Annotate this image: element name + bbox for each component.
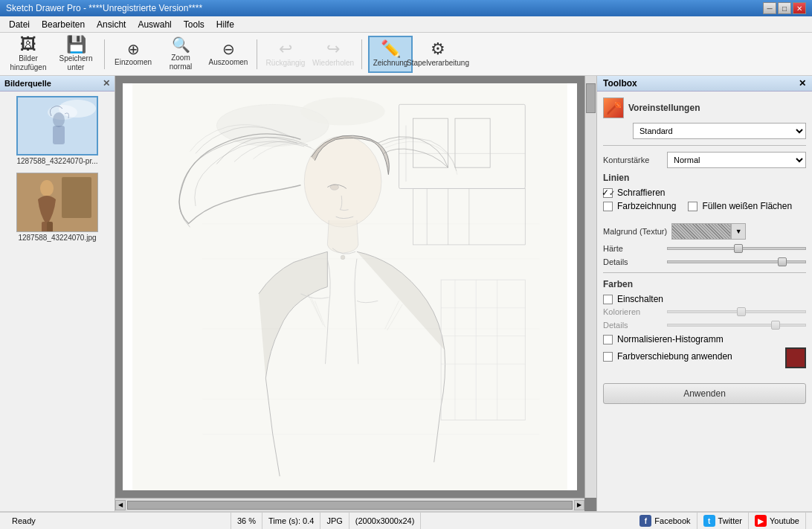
auszoomen-button[interactable]: ⊖ Auszoomen — [206, 36, 251, 73]
color-swatch[interactable] — [785, 347, 806, 368]
thumb2-bg — [17, 173, 97, 231]
zeichnung-button[interactable]: ✏️ Zeichnung — [368, 36, 413, 73]
left-panel-close-button[interactable]: ✕ — [103, 78, 110, 89]
kolorieren-slider-container — [667, 310, 806, 313]
menu-bar: Datei Bearbeiten Ansicht Auswahl Tools H… — [0, 16, 812, 33]
image-thumbnail[interactable] — [16, 96, 98, 156]
farben-details-handle[interactable] — [771, 321, 780, 330]
kontur-label: Konturstärke — [603, 156, 663, 164]
details-label: Details — [603, 257, 663, 266]
facebook-button[interactable]: f Facebook — [634, 513, 697, 529]
harte-slider[interactable] — [667, 247, 806, 250]
stapelverarbeitung-button[interactable]: ⚙ Stapelverarbeitung — [416, 36, 460, 73]
farbzeichnung-checkbox[interactable] — [603, 202, 613, 211]
ruckgangig-label: Rückgängig — [266, 59, 306, 67]
kontur-row: Konturstärke Normal — [603, 152, 806, 168]
zoom-normal-icon: 🔍 — [172, 37, 190, 52]
harte-slider-container — [667, 247, 806, 250]
separator1 — [104, 39, 105, 69]
svg-point-22 — [304, 136, 381, 228]
einschalten-row: Einschalten — [603, 294, 806, 304]
twitter-label: Twitter — [718, 516, 742, 525]
twitter-button[interactable]: t Twitter — [697, 513, 749, 529]
normalisieren-checkbox[interactable] — [603, 335, 613, 344]
menu-tools[interactable]: Tools — [178, 18, 210, 31]
kontur-select[interactable]: Normal — [667, 152, 806, 168]
divider1 — [603, 145, 806, 146]
status-dimensions: (2000x3000x24) — [349, 513, 422, 529]
schraffieren-checkbox[interactable]: ✓ — [603, 188, 613, 198]
kolorieren-label: Kolorieren — [603, 307, 663, 316]
youtube-icon: ▶ — [755, 515, 767, 527]
scroll-thumb-h[interactable] — [127, 501, 573, 510]
farbverschiebung-label: Farbverschiebung anwenden — [617, 351, 732, 362]
time-text: Time (s): 0.4 — [268, 516, 314, 525]
left-panel: Bilderquelle ✕ — [0, 76, 115, 511]
list-item[interactable]: 1287588_43224070.jpg — [4, 173, 110, 242]
linien-section: Linien ✓ Schraffieren Farbzeichnung Füll… — [603, 173, 806, 214]
farben-details-slider-container — [667, 324, 806, 327]
farbverschiebung-checkbox[interactable] — [603, 352, 613, 362]
details-row: Details — [603, 257, 806, 266]
menu-auswahl[interactable]: Auswahl — [132, 18, 177, 31]
farben-header-row: Farben — [603, 279, 806, 289]
farben-label: Farben — [603, 279, 633, 289]
menu-ansicht[interactable]: Ansicht — [91, 18, 132, 31]
farben-section: Farben Einschalten Kolorieren — [603, 279, 806, 368]
schraffieren-row: ✓ Schraffieren — [603, 187, 806, 198]
harte-handle[interactable] — [734, 244, 743, 253]
drawing-icon: ✏️ — [381, 41, 401, 57]
scroll-right-arrow[interactable]: ▶ — [574, 500, 584, 510]
speichern-button[interactable]: 💾 Speichernunter — [54, 36, 98, 73]
youtube-button[interactable]: ▶ Youtube — [749, 513, 806, 529]
save-icon: 💾 — [66, 36, 86, 53]
zoom-normal-button[interactable]: 🔍 Zoomnormal — [158, 36, 203, 73]
kolorieren-slider[interactable] — [667, 310, 806, 313]
harte-label: Härte — [603, 244, 663, 253]
scroll-left-arrow[interactable]: ◀ — [115, 500, 126, 510]
fullen-checkbox[interactable] — [688, 202, 697, 211]
details-slider[interactable] — [667, 260, 806, 263]
zeichnung-label: Zeichnung — [373, 59, 408, 67]
twitter-icon: t — [703, 515, 715, 527]
apply-button[interactable]: Anwenden — [603, 383, 806, 404]
maximize-button[interactable]: □ — [778, 2, 791, 14]
list-item[interactable]: 1287588_43224070-pr... — [4, 96, 110, 165]
bilder-hinzufugen-button[interactable]: 🖼 Bilderhinzufügen — [6, 36, 51, 73]
einschalten-checkbox[interactable] — [603, 295, 613, 304]
image-thumbnail[interactable] — [16, 173, 98, 232]
vertical-scrollbar[interactable] — [584, 76, 596, 498]
menu-bearbeiten[interactable]: Bearbeiten — [36, 18, 91, 31]
svg-rect-4 — [53, 126, 65, 144]
kolorieren-handle[interactable] — [737, 307, 746, 316]
normalisieren-row: Normalisieren-Histogramm — [603, 334, 806, 344]
texture-dropdown-button[interactable]: ▼ — [731, 223, 746, 240]
toolbox-header: Toolbox ✕ — [597, 76, 812, 92]
svg-rect-6 — [62, 177, 91, 218]
horizontal-scrollbar[interactable]: ◀ ▶ — [115, 498, 584, 511]
stapelverarbeitung-label: Stapelverarbeitung — [407, 59, 469, 67]
texture-preview[interactable] — [671, 223, 731, 240]
minimize-button[interactable]: ─ — [763, 2, 776, 14]
preset-select[interactable]: Standard — [633, 123, 806, 139]
close-button[interactable]: ✕ — [793, 2, 806, 14]
dimensions-text: (2000x3000x24) — [355, 516, 415, 525]
toolbox-close-button[interactable]: ✕ — [799, 78, 806, 89]
details-handle[interactable] — [778, 257, 787, 266]
zoom-out-icon: ⊖ — [222, 42, 235, 57]
einschalten-label: Einschalten — [617, 294, 663, 304]
menu-hilfe[interactable]: Hilfe — [210, 18, 240, 31]
thumb2-svg — [17, 173, 98, 232]
left-panel-title: Bilderquelle — [4, 79, 51, 88]
farben-details-slider[interactable] — [667, 324, 806, 327]
wiederholen-button[interactable]: ↪ Wiederholen — [311, 36, 355, 73]
sketch-canvas — [123, 83, 577, 490]
toolbar: 🖼 Bilderhinzufügen 💾 Speichernunter ⊕ Ei… — [0, 33, 812, 76]
canvas-area[interactable]: ◀ ▶ — [115, 76, 596, 511]
ruckgangig-button[interactable]: ↩ Rückgängig — [263, 36, 308, 73]
einzoomen-button[interactable]: ⊕ Einzoomen — [111, 36, 155, 73]
main-area: Bilderquelle ✕ — [0, 76, 812, 511]
scroll-thumb-v[interactable] — [586, 83, 596, 113]
menu-datei[interactable]: Datei — [3, 18, 36, 31]
thumb1-bg — [18, 97, 97, 154]
